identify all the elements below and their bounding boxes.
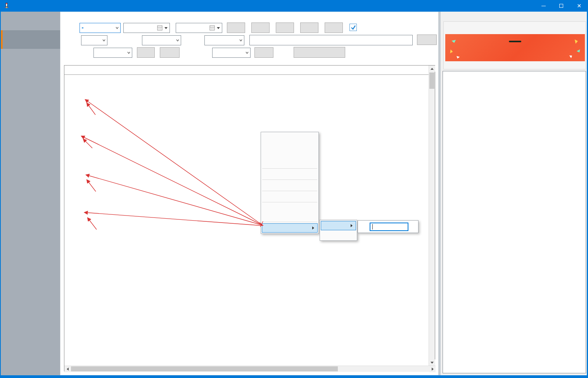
horizontal-scroll-thumb[interactable] [71,366,338,371]
kakao-contact-pill [509,41,521,42]
calendar-icon [157,25,163,31]
current-month-button[interactable] [325,22,343,33]
chevron-down-icon [102,39,105,42]
period-combobox[interactable] [80,23,121,33]
horizontal-scrollbar[interactable] [64,366,436,372]
submenu-arrow-icon [312,226,314,230]
sidebar-item-order-list[interactable] [0,12,60,30]
vertical-scrollbar[interactable] [429,66,435,366]
sidebar-item-order-detail-list[interactable] [0,30,60,49]
chevron-down-icon [164,27,168,29]
app-window: ✕ [0,0,588,378]
today-button[interactable] [227,22,245,33]
log-panel [443,71,586,373]
app-rocket-icon [3,3,10,9]
menu-item-clear-all[interactable] [262,150,318,159]
image-view-checkbox[interactable] [349,24,357,31]
scroll-down-icon[interactable] [429,359,435,366]
chevron-down-icon [246,51,249,54]
thirty-days-button[interactable] [300,22,318,33]
menu-item-barcode-print[interactable] [262,223,318,233]
excel-button-2[interactable] [254,47,273,58]
menu-item-invert-selection[interactable] [262,142,318,150]
sidebar-item-settings[interactable] [0,67,60,86]
print-combobox[interactable] [93,48,132,58]
window-border [0,375,588,378]
order-status-combobox[interactable] [142,35,181,45]
menu-item-reorder-columns[interactable] [262,204,318,212]
confetti-icon [451,38,457,43]
vertical-scroll-thumb[interactable] [429,72,434,89]
close-button[interactable]: ✕ [570,0,588,12]
yesterday-button[interactable] [251,22,270,33]
chevron-down-icon [176,39,179,42]
one-week-button[interactable] [276,22,294,33]
window-border [0,12,1,378]
print-button[interactable] [137,47,155,58]
submenu-item-specify[interactable] [321,221,356,230]
barcode-count-input[interactable] [370,223,408,231]
menu-item-kakao-consult[interactable] [262,192,318,201]
courier-combobox[interactable] [212,48,251,58]
confetti-icon [569,55,572,58]
search-type-combobox[interactable] [204,35,244,45]
excel-button-1[interactable] [160,47,180,58]
context-menu [261,132,319,234]
confetti-icon [577,48,581,53]
calendar-icon [209,25,215,31]
scroll-right-icon[interactable] [429,366,436,372]
menu-item-view-settings[interactable] [262,212,318,221]
chevron-down-icon [127,51,130,54]
confetti-icon [449,49,453,54]
text-caret [372,224,373,230]
barcode-submenu [320,220,357,241]
orders-table [64,65,435,371]
minimize-button[interactable] [534,0,552,12]
scroll-left-icon[interactable] [64,366,71,372]
confetti-icon [457,55,460,59]
sidebar [0,12,60,378]
maximize-button[interactable] [552,0,570,12]
search-input[interactable] [249,35,413,45]
sidebar-item-settlement[interactable] [0,49,60,67]
table-header [64,66,429,75]
confetti-icon [573,39,578,44]
menu-item-select-all[interactable] [262,133,318,142]
submenu-item-all[interactable] [321,230,356,240]
barcode-count-flyout [358,220,419,233]
menu-item-excel-convert[interactable] [262,181,318,190]
scroll-up-icon[interactable] [429,66,435,72]
barcode-print-button[interactable] [294,47,345,58]
menu-item-search-selection[interactable] [262,170,318,178]
chevron-down-icon [239,39,242,42]
center-combobox[interactable] [81,35,107,45]
chevron-down-icon [217,27,220,29]
title-bar: ✕ [0,0,588,12]
ad-banner[interactable] [445,34,585,61]
search-button[interactable] [417,35,437,45]
menu-item-delete-selection[interactable] [262,159,318,167]
chevron-down-icon [116,26,119,29]
submenu-arrow-icon [351,224,353,227]
date-from-picker[interactable] [123,23,170,33]
date-to-picker[interactable] [176,23,222,33]
